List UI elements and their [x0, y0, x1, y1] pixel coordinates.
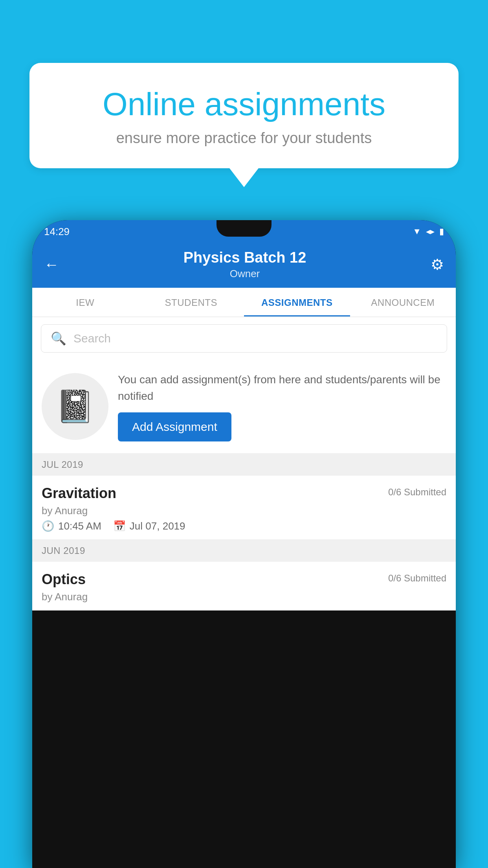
- assignment-submitted-optics: 0/6 Submitted: [388, 573, 446, 584]
- header-center: Physics Batch 12 Owner: [59, 249, 431, 280]
- back-button[interactable]: ←: [44, 256, 59, 273]
- add-assignment-button[interactable]: Add Assignment: [118, 412, 231, 441]
- assignment-date-gravitation: 📅 Jul 07, 2019: [113, 520, 185, 532]
- promo-text: You can add assignment(s) from here and …: [118, 371, 446, 405]
- search-placeholder: Search: [73, 332, 111, 345]
- assignment-by-gravitation: by Anurag: [42, 505, 446, 517]
- status-icons: ▼ ◂▸ ▮: [413, 226, 444, 237]
- assignment-title-gravitation: Gravitation: [42, 485, 116, 502]
- section-header-jun: JUN 2019: [32, 540, 456, 562]
- assignment-time-gravitation: 🕐 10:45 AM: [42, 520, 101, 532]
- promo-icon-circle: 📓: [42, 373, 108, 440]
- wifi-icon: ▼: [413, 226, 421, 237]
- tab-overview[interactable]: IEW: [32, 288, 138, 316]
- search-icon: 🔍: [51, 331, 66, 346]
- section-header-jul: JUL 2019: [32, 454, 456, 476]
- assignment-item-gravitation[interactable]: Gravitation 0/6 Submitted by Anurag 🕐 10…: [32, 476, 456, 540]
- assignment-submitted-gravitation: 0/6 Submitted: [388, 487, 446, 498]
- speech-bubble-card: Online assignments ensure more practice …: [29, 63, 459, 168]
- clock-icon: 🕐: [42, 520, 54, 532]
- app-header: ← Physics Batch 12 Owner ⚙: [32, 243, 456, 288]
- assignment-title-optics: Optics: [42, 571, 86, 588]
- assignment-dates-gravitation: 🕐 10:45 AM 📅 Jul 07, 2019: [42, 520, 446, 532]
- bubble-subtitle: ensure more practice for your students: [57, 130, 431, 147]
- assignment-top: Gravitation 0/6 Submitted: [42, 485, 446, 502]
- battery-icon: ▮: [439, 226, 444, 237]
- phone-frame: 14:29 ▼ ◂▸ ▮ ← Physics Batch 12 Owner ⚙ …: [32, 220, 456, 868]
- screen-content: 🔍 Search 📓 You can add assignment(s) fro…: [32, 317, 456, 611]
- search-bar-container: 🔍 Search: [32, 317, 456, 360]
- header-subtitle: Owner: [59, 268, 431, 280]
- status-bar: 14:29 ▼ ◂▸ ▮: [32, 220, 456, 243]
- promo-content: You can add assignment(s) from here and …: [118, 371, 446, 441]
- tabs-bar: IEW STUDENTS ASSIGNMENTS ANNOUNCEM: [32, 288, 456, 317]
- assignment-item-optics[interactable]: Optics 0/6 Submitted by Anurag: [32, 562, 456, 611]
- assignment-by-optics: by Anurag: [42, 591, 446, 603]
- assignment-top-optics: Optics 0/6 Submitted: [42, 571, 446, 588]
- search-bar[interactable]: 🔍 Search: [41, 324, 447, 353]
- add-assignment-promo: 📓 You can add assignment(s) from here an…: [32, 360, 456, 454]
- phone-notch: [216, 220, 272, 237]
- tab-students[interactable]: STUDENTS: [138, 288, 244, 316]
- header-title: Physics Batch 12: [59, 249, 431, 266]
- time-value-gravitation: 10:45 AM: [58, 520, 101, 532]
- signal-icon: ◂▸: [426, 226, 435, 237]
- status-time: 14:29: [44, 226, 70, 238]
- tab-assignments[interactable]: ASSIGNMENTS: [244, 288, 350, 316]
- tab-announcements[interactable]: ANNOUNCEM: [350, 288, 456, 316]
- bubble-title: Online assignments: [57, 86, 431, 122]
- settings-button[interactable]: ⚙: [431, 256, 444, 273]
- date-value-gravitation: Jul 07, 2019: [130, 520, 185, 532]
- notebook-icon: 📓: [55, 388, 95, 425]
- calendar-icon: 📅: [113, 520, 126, 532]
